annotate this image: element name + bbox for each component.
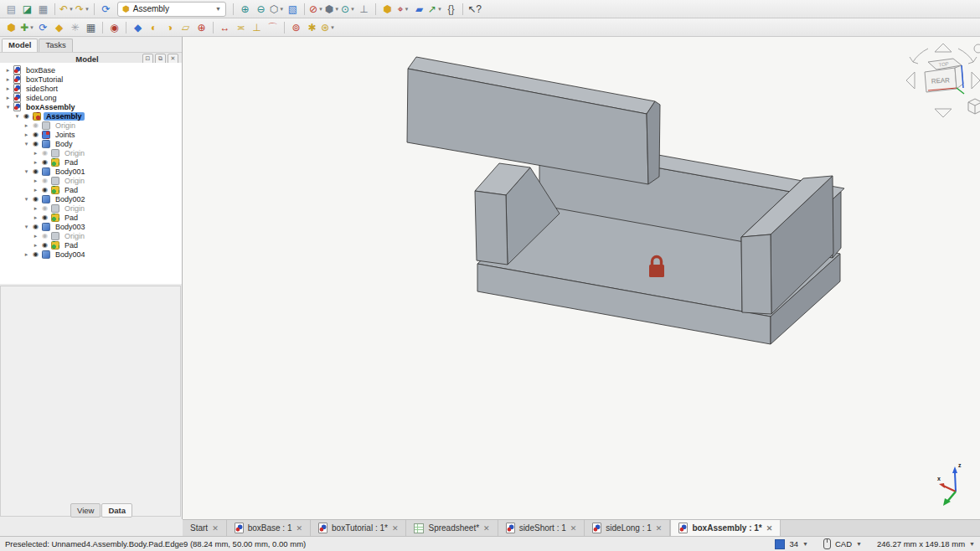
joint-slider-button[interactable]: ▱ [178, 20, 193, 35]
face-floating-bar-end[interactable] [647, 101, 660, 184]
tree-item-body001[interactable]: ▾◉Body001 [0, 167, 182, 176]
tree-item-body002[interactable]: ▾◉Body002 [0, 194, 182, 203]
tree-item-boxtutorial[interactable]: ▸boxTutorial [0, 75, 182, 84]
doc-tab-boxtutorial-1-[interactable]: boxTutorial : 1*✕ [311, 520, 406, 536]
joint-cylindrical-button[interactable]: ◑ [162, 20, 178, 35]
joint-gears-button[interactable]: ⊛▼ [320, 20, 336, 35]
tree-item-body[interactable]: ▾◉Body [0, 139, 182, 148]
navigation-cube[interactable]: REAR TOP [906, 44, 980, 117]
navcube-arrow-up[interactable] [935, 44, 952, 52]
tab-view[interactable]: View [70, 503, 101, 518]
nav-style-dropdown-caret[interactable]: ▼ [856, 541, 862, 547]
create-view-button[interactable]: ◆ [51, 20, 67, 35]
joint-distance-button[interactable]: ↔ [217, 20, 233, 35]
navcube-rotate-left[interactable] [910, 49, 928, 64]
joint-ball-button[interactable]: ⊕ [193, 20, 209, 35]
placement-button[interactable]: ⌖▼ [395, 2, 411, 17]
tab-data[interactable]: Data [101, 503, 132, 518]
tree-item-boxbase[interactable]: ▸boxBase [0, 65, 182, 75]
solve-assembly-button[interactable]: ⟳ [35, 20, 51, 35]
tree-expander-open-icon[interactable]: ▾ [14, 113, 20, 120]
doc-tab-boxassembly-1-[interactable]: boxAssembly : 1*✕ [670, 520, 781, 536]
view-zoom-options-button[interactable]: ⊙▼ [340, 2, 356, 17]
redo-button[interactable]: ↷▼ [75, 2, 90, 17]
export-button[interactable]: ↗▼ [427, 2, 443, 17]
tree-expander-open-icon[interactable]: ▾ [23, 196, 29, 203]
doc-tab-start[interactable]: Start✕ [183, 520, 227, 536]
close-tab-icon[interactable]: ✕ [212, 524, 219, 533]
tree-item-sideshort[interactable]: ▸sideShort [0, 84, 182, 93]
refresh-button[interactable]: ⟳ [98, 2, 114, 17]
doc-tab-sidelong-1[interactable]: sideLong : 1✕ [585, 520, 670, 536]
new-document-button[interactable]: ▤ [3, 2, 19, 17]
tree-item-origin[interactable]: ▸◉Origin [0, 176, 182, 185]
antialias-dropdown-caret[interactable]: ▼ [802, 541, 808, 547]
tree-expander-open-icon[interactable]: ▾ [5, 104, 11, 111]
insert-component-button[interactable]: ✚▼ [19, 20, 35, 35]
measure-button[interactable]: ⊥ [356, 2, 372, 17]
zoom-out-button[interactable]: ⊖ [253, 2, 269, 17]
box-zoom-button[interactable]: ▧ [285, 2, 301, 17]
tree-expander-closed-icon[interactable]: ▸ [5, 76, 11, 83]
tree-item-body003[interactable]: ▾◉Body003 [0, 222, 182, 231]
tree-expander-closed-icon[interactable]: ▸ [23, 131, 29, 138]
joint-perpendicular-button[interactable]: ⊥ [249, 20, 265, 35]
close-tab-icon[interactable]: ✕ [766, 524, 773, 533]
toggle-grounded-button[interactable]: ◉ [106, 20, 122, 35]
tree-item-boxassembly[interactable]: ▾boxAssembly [0, 102, 182, 111]
tree-expander-closed-icon[interactable]: ▸ [33, 214, 39, 221]
tree-item-pad[interactable]: ▸◉Pad [0, 157, 182, 167]
tree-item-assembly[interactable]: ▾◉Assembly [0, 111, 182, 121]
axonometric-view-button[interactable]: ⬢▼ [324, 2, 340, 17]
tree-expander-closed-icon[interactable]: ▸ [23, 122, 29, 129]
open-document-button[interactable]: ◪ [19, 2, 35, 17]
create-group-button[interactable]: ▰ [411, 2, 427, 17]
fit-all-button[interactable]: ⬡▼ [269, 2, 285, 17]
draw-style-button[interactable]: ⊘▼ [308, 2, 324, 17]
tree-expander-closed-icon[interactable]: ▸ [23, 251, 29, 258]
3d-viewport[interactable]: REAR TOP z x [183, 37, 980, 519]
bill-of-materials-button[interactable]: ▦ [83, 20, 99, 35]
joint-revolute-button[interactable]: ◐ [146, 20, 162, 35]
save-document-button[interactable]: ▦ [35, 2, 51, 17]
close-tab-icon[interactable]: ✕ [656, 524, 663, 533]
tree-item-body004[interactable]: ▸◉Body004 [0, 250, 182, 259]
tree-expander-closed-icon[interactable]: ▸ [33, 242, 39, 249]
tree-expander-open-icon[interactable]: ▾ [23, 141, 29, 147]
tree-expander-closed-icon[interactable]: ▸ [5, 95, 11, 101]
tree-expander-closed-icon[interactable]: ▸ [5, 85, 11, 92]
navcube-home[interactable] [974, 44, 980, 53]
face-right-wall-front[interactable] [741, 234, 771, 314]
tree-expander-open-icon[interactable]: ▾ [23, 168, 29, 175]
workbench-selector[interactable]: ⬢Assembly▼ [117, 2, 226, 17]
tree-item-joints[interactable]: ▸◉Joints [0, 130, 182, 139]
tree-expander-closed-icon[interactable]: ▸ [33, 205, 39, 212]
tree-expander-closed-icon[interactable]: ▸ [33, 233, 39, 239]
tree-expander-closed-icon[interactable]: ▸ [33, 178, 39, 184]
close-tab-icon[interactable]: ✕ [483, 524, 490, 533]
tree-expander-closed-icon[interactable]: ▸ [33, 187, 39, 193]
navcube-arrow-left[interactable] [906, 72, 915, 89]
face-left-wall-front[interactable] [475, 191, 508, 265]
doc-tab-spreadsheet-[interactable]: Spreadsheet*✕ [406, 520, 498, 536]
zoom-in-button[interactable]: ⊕ [237, 2, 253, 17]
tree-expander-open-icon[interactable]: ▾ [23, 224, 29, 230]
undo-button[interactable]: ↶▼ [59, 2, 75, 17]
create-part-button[interactable]: ⬢ [379, 2, 395, 17]
dimensions-dropdown-caret[interactable]: ▼ [969, 541, 975, 547]
exploded-view-button[interactable]: ✳ [67, 20, 83, 35]
close-tab-icon[interactable]: ✕ [392, 524, 399, 533]
panel-tab-tasks[interactable]: Tasks [39, 39, 72, 52]
doc-tab-sideshort-1[interactable]: sideShort : 1✕ [498, 520, 585, 536]
tree-item-origin[interactable]: ▸◉Origin [0, 231, 182, 240]
tree-item-origin[interactable]: ▸◉Origin [0, 203, 182, 213]
close-tab-icon[interactable]: ✕ [296, 524, 302, 533]
tree-expander-closed-icon[interactable]: ▸ [33, 159, 39, 166]
doc-tab-boxbase-1[interactable]: boxBase : 1✕ [227, 520, 311, 536]
expression-editor-button[interactable]: {} [443, 2, 459, 17]
tree-expander-closed-icon[interactable]: ▸ [33, 150, 39, 157]
panel-tab-model[interactable]: Model [2, 39, 38, 52]
joint-angle-button[interactable]: ⌒ [265, 20, 281, 35]
joint-parallel-button[interactable]: ≍ [233, 20, 249, 35]
tree-item-origin[interactable]: ▸◉Origin [0, 121, 182, 130]
